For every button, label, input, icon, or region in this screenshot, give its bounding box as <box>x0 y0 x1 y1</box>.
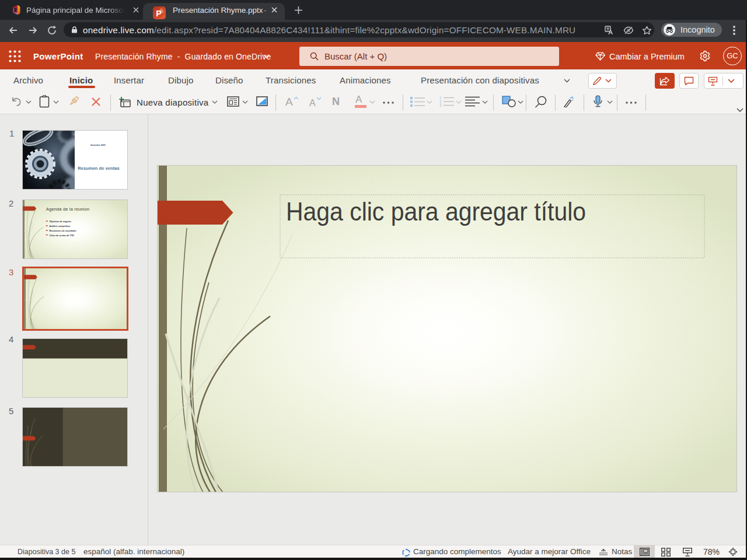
svg-text:Análisis competitivo: Análisis competitivo <box>50 225 71 228</box>
svg-text:Haga clic para agregar título: Haga clic para agregar título <box>286 197 586 226</box>
svg-text:Cifras de ventas de YTD: Cifras de ventas de YTD <box>50 235 74 237</box>
svg-text:Objetivos de negocio: Objetivos de negocio <box>50 220 72 223</box>
svg-text:P: P <box>156 9 162 18</box>
svg-text:Resumen de ventas: Resumen de ventas <box>78 166 119 171</box>
svg-text:3: 3 <box>439 103 442 107</box>
svg-text:diciembre 2021: diciembre 2021 <box>90 144 106 146</box>
svg-text:Resúmenes de novedades: Resúmenes de novedades <box>50 230 76 232</box>
svg-text:Agenda de la reunion: Agenda de la reunion <box>46 206 89 212</box>
